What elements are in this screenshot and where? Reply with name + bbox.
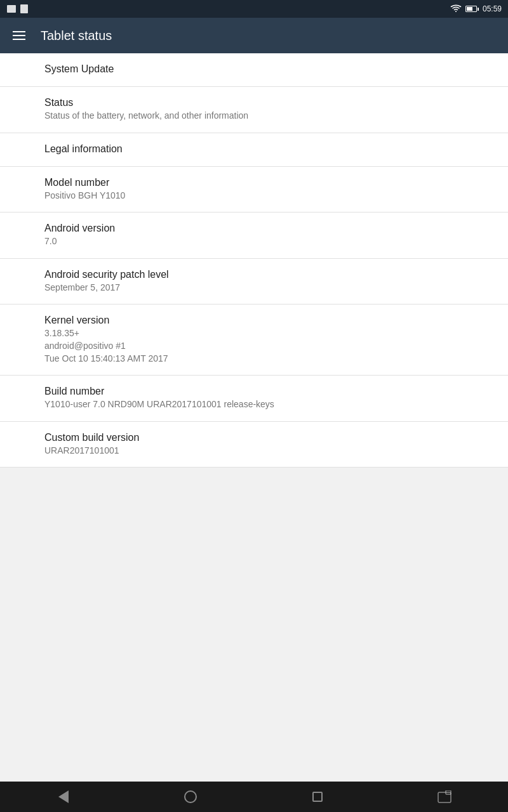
list-item-title-build-number: Build number	[44, 386, 464, 397]
recents-icon	[312, 792, 323, 802]
app-bar: Tablet status	[0, 18, 508, 53]
status-bar-right-icons: 05:59	[450, 4, 502, 13]
back-button[interactable]	[48, 782, 79, 812]
list-item-android-security-patch-level[interactable]: Android security patch levelSeptember 5,…	[0, 259, 508, 305]
list-item-subtitle-build-number: Y1010-user 7.0 NRD90M URAR2017101001 rel…	[44, 398, 464, 411]
list-item-system-update[interactable]: System Update	[0, 53, 508, 87]
list-item-custom-build-version[interactable]: Custom build versionURAR2017101001	[0, 422, 508, 468]
list-item-title-android-security-patch-level: Android security patch level	[44, 269, 464, 280]
list-item-title-custom-build-version: Custom build version	[44, 432, 464, 443]
screenshot-button[interactable]	[429, 782, 460, 812]
list-item-title-kernel-version: Kernel version	[44, 315, 464, 326]
list-item-android-version[interactable]: Android version7.0	[0, 213, 508, 259]
status-bar-left-icons	[6, 4, 446, 14]
hamburger-menu-button[interactable]	[10, 29, 28, 43]
home-button[interactable]	[175, 782, 206, 812]
status-time: 05:59	[483, 4, 502, 13]
list-item-title-legal-information: Legal information	[44, 143, 464, 155]
list-item-model-number[interactable]: Model numberPositivo BGH Y1010	[0, 167, 508, 213]
navigation-bar	[0, 782, 508, 812]
list-item-build-number[interactable]: Build numberY1010-user 7.0 NRD90M URAR20…	[0, 376, 508, 422]
app-bar-title: Tablet status	[41, 29, 112, 43]
screenshot-icon	[438, 790, 451, 803]
list-item-subtitle-status: Status of the battery, network, and othe…	[44, 110, 464, 122]
status-bar: 05:59	[0, 0, 508, 18]
settings-list: System UpdateStatusStatus of the battery…	[0, 53, 508, 782]
recents-button[interactable]	[302, 782, 333, 812]
list-item-subtitle-custom-build-version: URAR2017101001	[44, 445, 464, 457]
svg-rect-0	[7, 5, 16, 13]
notification-icon-1	[6, 4, 17, 14]
home-icon	[184, 790, 197, 803]
list-item-subtitle-android-version: 7.0	[44, 235, 464, 248]
list-item-title-system-update: System Update	[44, 63, 464, 75]
list-item-title-status: Status	[44, 97, 464, 108]
list-item-kernel-version[interactable]: Kernel version3.18.35+ android@positivo …	[0, 304, 508, 376]
notification-icon-2	[19, 4, 29, 14]
list-item-subtitle-kernel-version: 3.18.35+ android@positivo #1 Tue Oct 10 …	[44, 327, 464, 365]
list-item-status[interactable]: StatusStatus of the battery, network, an…	[0, 87, 508, 133]
list-item-title-android-version: Android version	[44, 223, 464, 234]
back-icon	[58, 790, 69, 803]
list-item-subtitle-android-security-patch-level: September 5, 2017	[44, 282, 464, 294]
battery-icon	[465, 6, 479, 12]
svg-rect-1	[20, 4, 28, 13]
list-item-title-model-number: Model number	[44, 177, 464, 188]
list-item-legal-information[interactable]: Legal information	[0, 133, 508, 167]
list-item-subtitle-model-number: Positivo BGH Y1010	[44, 190, 464, 202]
wifi-icon	[450, 4, 462, 13]
